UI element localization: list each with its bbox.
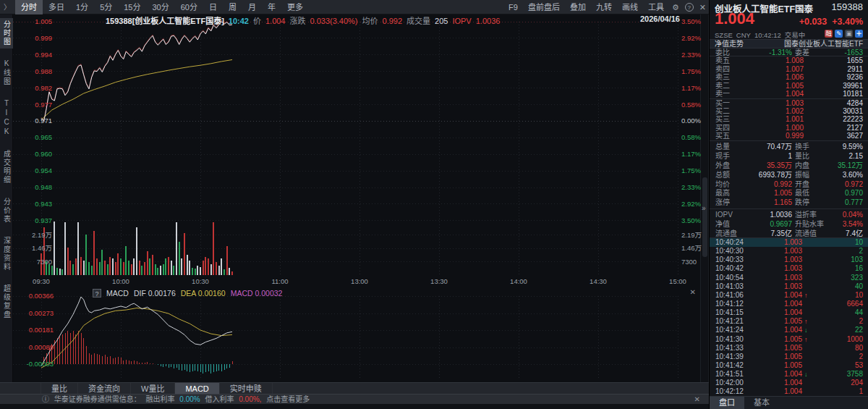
toolbar-action-九转[interactable]: 九转 — [591, 0, 617, 14]
toolbar-action-画线[interactable]: 画线 — [617, 0, 643, 14]
book-level-label: 买五 — [715, 132, 730, 140]
stat-label: 总量 — [715, 143, 730, 152]
sidebar-item-K线图[interactable]: K线图 — [0, 57, 13, 88]
settings-gear-icon[interactable]: ⚙ — [672, 3, 679, 12]
book-row-卖一[interactable]: 卖一1.00410181 — [710, 90, 868, 98]
indicator-tab-量比[interactable]: 量比 — [41, 383, 78, 394]
book-volume: 30031 — [811, 107, 863, 116]
toolbar-action-F9[interactable]: F9 — [503, 0, 523, 14]
pct-axis-label: 2.92% — [681, 201, 710, 208]
sidebar-item-TICK[interactable]: TICK — [0, 97, 13, 139]
sidebar-item-超级复盘[interactable]: 超级复盘 — [0, 282, 13, 321]
chart-iopv: 1.0036 — [476, 17, 501, 25]
book-price: 1.006 — [753, 73, 804, 82]
tick-volume: 16 — [814, 264, 863, 273]
period-tab-多日[interactable]: 多日 — [43, 0, 70, 14]
indicator-tab-MACD[interactable]: MACD — [175, 383, 219, 394]
chart-time: 10:42 — [229, 17, 249, 25]
book-row-买三[interactable]: 买三1.00122223 — [710, 115, 868, 124]
book-level-label: 卖四 — [715, 65, 730, 74]
tick-price: 1.005 — [752, 335, 802, 344]
nav-trend-label: 净值走势 — [715, 40, 744, 48]
period-tab-月[interactable]: 月 — [242, 0, 262, 14]
tick-row: 10:40:421.00316 — [710, 264, 868, 273]
tick-row: 10:41:511.004↓3758 — [710, 370, 868, 379]
price-axis-label: 1.005 — [14, 18, 52, 25]
price-axis-label: 0.971 — [14, 117, 52, 125]
toolbar-action-工具[interactable]: 工具 — [643, 0, 669, 14]
sidebar-item-分价表[interactable]: 分价表 — [0, 195, 13, 226]
indicator-tab-W量比[interactable]: W量比 — [131, 383, 175, 394]
top-toolbar: 〉 分时多日1分5分15分30分60分日周月年更多 F9盘前盘后叠加九转画线工具… — [0, 0, 709, 14]
stat-label: 总额 — [715, 171, 730, 180]
sidebar-item-分时图[interactable]: 分时图 — [0, 18, 13, 49]
quote-panel-tabs: 盘口基本 — [710, 396, 868, 409]
book-row-买二[interactable]: 买二1.00230031 — [710, 107, 868, 116]
see-more-link[interactable]: 点击查看更多 — [266, 395, 310, 403]
period-tab-30分[interactable]: 30分 — [147, 0, 175, 14]
time-axis-label: 14:30 — [584, 278, 613, 285]
status-close-icon[interactable]: ✕ — [694, 395, 700, 404]
toolbar-action-盘前盘后[interactable]: 盘前盘后 — [523, 0, 565, 14]
help-icon[interactable]: ? — [685, 3, 694, 12]
macd-help-icon[interactable]: ? — [93, 289, 101, 298]
period-tab-周[interactable]: 周 — [223, 0, 242, 14]
add-icon[interactable]: ＋ — [855, 30, 863, 38]
book-row-卖三[interactable]: 卖三1.0069236 — [710, 73, 868, 82]
book-level-label: 卖五 — [715, 56, 730, 65]
period-tab-5分[interactable]: 5分 — [94, 0, 118, 14]
book-price: 1.004 — [753, 90, 804, 98]
stat-label: IOPV — [715, 211, 733, 220]
book-volume: 39961 — [811, 82, 863, 90]
indicator-tab-资金流向[interactable]: 资金流向 — [78, 383, 131, 394]
stat-value: 3.54% — [811, 220, 863, 229]
period-tab-日[interactable]: 日 — [203, 0, 223, 14]
intraday-chart[interactable] — [13, 14, 700, 382]
book-row-买四[interactable]: 买四1.0002127 — [710, 124, 868, 132]
quote-tab-基本[interactable]: 基本 — [744, 397, 779, 409]
book-row-卖四[interactable]: 卖四1.0072911 — [710, 65, 868, 74]
book-row-卖五[interactable]: 卖五1.0081655 — [710, 56, 868, 65]
book-volume: 1655 — [811, 56, 863, 65]
toolbar-action-叠加[interactable]: 叠加 — [565, 0, 591, 14]
edit-pencil-icon[interactable]: ✎ — [835, 30, 843, 38]
close-icon[interactable]: ✕ — [699, 3, 706, 12]
tick-row: 10:41:061.004↑10 — [710, 291, 868, 300]
period-tab-60分[interactable]: 60分 — [175, 0, 203, 14]
stat-value: 35.35万 — [739, 161, 792, 171]
sidebar-item-深度资料[interactable]: 深度资料 — [0, 235, 13, 274]
tick-time: 10:42:00 — [715, 379, 744, 387]
tick-time: 10:41:42 — [715, 361, 744, 370]
indicator-tab-实时申赎[interactable]: 实时申赎 — [220, 383, 273, 394]
sidebar-item-成交明细[interactable]: 成交明细 — [0, 148, 13, 187]
book-level-label: 买四 — [715, 124, 730, 132]
tick-time: 10:41:06 — [715, 291, 744, 300]
currency: CNY — [736, 31, 751, 39]
quote-tab-盘口[interactable]: 盘口 — [710, 397, 744, 409]
tick-time: 10:40:24 — [715, 238, 744, 247]
period-tab-1分[interactable]: 1分 — [70, 0, 94, 14]
book-row-买五[interactable]: 买五0.9993627 — [710, 132, 868, 140]
period-tab-年[interactable]: 年 — [262, 0, 281, 14]
toolbar-expand-icon[interactable]: 〉 — [0, 1, 15, 12]
nav-strip[interactable]: 国泰创业板人工智能ETF 净值走势 — [710, 39, 868, 49]
arrow-up-icon: ↑ — [804, 335, 808, 344]
lend-rate: 0.00% — [179, 395, 200, 403]
book-row-买一[interactable]: 买一1.0034284 — [710, 98, 868, 107]
book-row-卖二[interactable]: 卖二1.00539961 — [710, 82, 868, 90]
mini-gear-icon[interactable]: ▣ — [845, 30, 853, 38]
tick-price: 1.003 — [752, 238, 802, 247]
book-price: 1.000 — [753, 124, 804, 132]
tick-time: 10:40:54 — [715, 274, 744, 282]
stat-value: 6993.78万 — [739, 171, 792, 180]
stat-row: IOPV1.0036溢折率0.04% — [710, 211, 868, 220]
volume-axis-label: 7300 — [14, 258, 52, 266]
time-axis-label: 10:30 — [186, 278, 215, 285]
period-tab-分时[interactable]: 分时 — [15, 0, 43, 14]
chart-price: 1.004 — [265, 17, 286, 25]
book-level-label: 卖三 — [715, 73, 730, 82]
period-tab-15分[interactable]: 15分 — [118, 0, 146, 14]
book-price: 1.008 — [753, 56, 804, 65]
macd-close-icon[interactable]: ✕ — [690, 288, 696, 296]
period-tab-更多[interactable]: 更多 — [281, 0, 309, 14]
